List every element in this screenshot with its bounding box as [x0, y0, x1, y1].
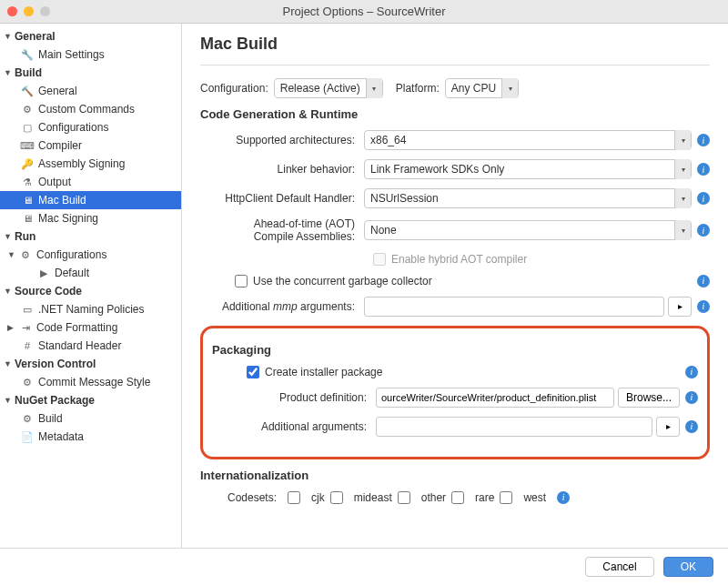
mmp-input[interactable] — [364, 297, 664, 317]
installer-checkbox[interactable] — [247, 366, 259, 378]
main-panel: Mac Build Configuration: Release (Active… — [182, 24, 728, 548]
hammer-icon: 🔨 — [20, 86, 35, 97]
chevron-right-icon: ▶ — [7, 323, 16, 332]
intl-header: Internationalization — [200, 469, 710, 482]
sidebar-item-output[interactable]: ⚗Output — [0, 173, 181, 191]
page-title: Mac Build — [200, 35, 710, 54]
addargs-input[interactable] — [376, 417, 652, 437]
sidebar-item-metadata[interactable]: 📄Metadata — [0, 428, 181, 446]
configuration-label: Configuration: — [200, 82, 268, 95]
addargs-label: Additional arguments: — [212, 420, 376, 433]
chevron-down-icon: ▾ — [674, 220, 691, 240]
sidebar-item-run-configurations[interactable]: ▼⚙Configurations — [0, 246, 181, 264]
sidebar-section-source-code[interactable]: ▼Source Code — [0, 282, 181, 300]
sidebar-item-mac-signing[interactable]: 🖥Mac Signing — [0, 209, 181, 227]
info-icon[interactable]: i — [697, 300, 710, 313]
chevron-down-icon: ▼ — [7, 250, 16, 259]
chevron-down-icon: ▾ — [674, 159, 691, 179]
sidebar-section-general[interactable]: ▼General — [0, 27, 181, 45]
compiler-icon: ⌨ — [20, 140, 35, 152]
play-icon: ▶ — [36, 267, 51, 279]
platform-select[interactable]: Any CPU▾ — [445, 78, 519, 98]
platform-label: Platform: — [396, 82, 440, 95]
sidebar-item-custom-commands[interactable]: ⚙Custom Commands — [0, 100, 181, 118]
linker-label: Linker behavior: — [200, 163, 364, 176]
chevron-down-icon: ▼ — [4, 287, 13, 296]
arch-select[interactable]: x86_64▾ — [364, 130, 692, 150]
window-title: Project Options – SourceWriter — [0, 5, 728, 18]
wrench-icon: 🔧 — [20, 49, 35, 61]
linker-select[interactable]: Link Framework SDKs Only▾ — [364, 159, 692, 179]
sidebar-section-nuget[interactable]: ▼NuGet Package — [0, 391, 181, 409]
configuration-select[interactable]: Release (Active)▾ — [274, 78, 383, 98]
addargs-expand-button[interactable]: ▸ — [656, 417, 680, 437]
sidebar-item-default[interactable]: ▶Default — [0, 264, 181, 282]
flask-icon: ⚗ — [20, 177, 35, 188]
info-icon[interactable]: i — [685, 366, 698, 378]
codeset-other-checkbox[interactable] — [398, 491, 410, 504]
mmp-expand-button[interactable]: ▸ — [668, 297, 692, 317]
info-icon[interactable]: i — [697, 134, 710, 146]
httpclient-label: HttpClient Default Handler: — [200, 192, 364, 205]
sidebar-section-build[interactable]: ▼Build — [0, 64, 181, 82]
browse-button[interactable]: Browse... — [618, 388, 680, 408]
options-sidebar: ▼General 🔧Main Settings ▼Build 🔨General … — [0, 24, 182, 548]
codeset-west-checkbox[interactable] — [500, 491, 512, 504]
titlebar: Project Options – SourceWriter — [0, 0, 728, 24]
chevron-down-icon: ▾ — [674, 130, 691, 150]
sidebar-item-standard-header[interactable]: #Standard Header — [0, 337, 181, 355]
aot-select[interactable]: None▾ — [364, 220, 692, 240]
codeset-mideast-checkbox[interactable] — [330, 491, 343, 504]
monitor-icon: 🖥 — [20, 195, 35, 206]
ok-button[interactable]: OK — [663, 557, 713, 577]
info-icon[interactable]: i — [697, 275, 710, 287]
info-icon[interactable]: i — [697, 163, 710, 176]
doc-icon: ▭ — [20, 304, 35, 316]
concurrent-gc-checkbox[interactable] — [235, 275, 248, 287]
chevron-down-icon: ▼ — [4, 396, 13, 405]
codesets-label: Codesets: — [228, 491, 277, 504]
concurrent-gc-label: Use the concurrent garbage collector — [253, 275, 432, 287]
gear-icon: ⚙ — [20, 104, 35, 116]
sidebar-item-commit-message-style[interactable]: ⚙Commit Message Style — [0, 373, 181, 391]
codeset-cjk-checkbox[interactable] — [288, 491, 300, 504]
hybrid-aot-label: Enable hybrid AOT compiler — [391, 253, 527, 266]
mmp-label: Additional mmp arguments: — [200, 300, 364, 313]
info-icon[interactable]: i — [697, 224, 710, 237]
sidebar-section-run[interactable]: ▼Run — [0, 227, 181, 246]
sidebar-item-build-general[interactable]: 🔨General — [0, 82, 181, 100]
chevron-down-icon: ▼ — [4, 32, 13, 41]
sidebar-section-version-control[interactable]: ▼Version Control — [0, 355, 181, 373]
chevron-down-icon: ▾ — [501, 78, 518, 98]
gear-icon: ⚙ — [20, 377, 35, 388]
chevron-down-icon: ▼ — [4, 232, 13, 241]
sidebar-item-naming-policies[interactable]: ▭.NET Naming Policies — [0, 300, 181, 318]
sidebar-item-nuget-build[interactable]: ⚙Build — [0, 409, 181, 428]
httpclient-select[interactable]: NSUrlSession▾ — [364, 188, 692, 208]
chevron-down-icon: ▼ — [4, 68, 13, 77]
info-icon[interactable]: i — [685, 420, 698, 433]
codegen-header: Code Generation & Runtime — [200, 107, 710, 121]
sidebar-item-configurations[interactable]: ▢Configurations — [0, 118, 181, 136]
gear-icon: ⚙ — [20, 413, 35, 425]
info-icon[interactable]: i — [557, 491, 570, 504]
sidebar-item-mac-build[interactable]: 🖥Mac Build — [0, 191, 181, 209]
sidebar-item-main-settings[interactable]: 🔧Main Settings — [0, 45, 181, 64]
codeset-rare-checkbox[interactable] — [451, 491, 464, 504]
arch-label: Supported architectures: — [200, 134, 364, 146]
packaging-header: Packaging — [212, 343, 698, 357]
cancel-button[interactable]: Cancel — [585, 557, 653, 577]
sidebar-item-assembly-signing[interactable]: 🔑Assembly Signing — [0, 155, 181, 173]
proddef-input[interactable] — [376, 388, 614, 408]
chevron-down-icon: ▾ — [366, 78, 382, 98]
divider — [200, 65, 710, 66]
aot-label: Ahead-of-time (AOT)Compile Assemblies: — [200, 217, 364, 244]
proddef-label: Product definition: — [212, 391, 376, 404]
sidebar-item-code-formatting[interactable]: ▶⇥Code Formatting — [0, 318, 181, 337]
gear-icon: ⚙ — [18, 249, 33, 261]
sidebar-item-compiler[interactable]: ⌨Compiler — [0, 136, 181, 155]
info-icon[interactable]: i — [685, 391, 698, 404]
info-icon[interactable]: i — [697, 192, 710, 205]
dialog-footer: Cancel OK — [0, 548, 728, 584]
packaging-highlight: Packaging Create installer package i Pro… — [200, 326, 710, 459]
